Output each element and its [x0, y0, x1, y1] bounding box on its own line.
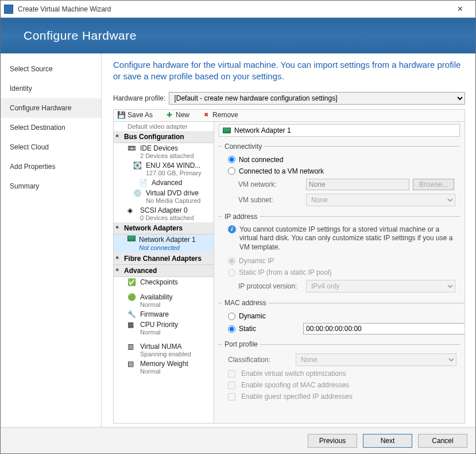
- main-pane: Configure hardware for the virtual machi…: [102, 53, 475, 427]
- step-add-properties[interactable]: Add Properties: [1, 157, 101, 176]
- window-title: Create Virtual Machine Wizard: [18, 5, 448, 13]
- check-guest-ip: Enable guest specified IP addresses: [222, 391, 460, 402]
- close-button[interactable]: ✕: [448, 3, 472, 14]
- check-switch-opt-label: Enable virtual switch optimizations: [241, 370, 346, 378]
- tree-video-adapter-sub: Default video adapter: [114, 122, 214, 131]
- step-select-destination[interactable]: Select Destination: [1, 118, 101, 137]
- tree-group-advanced[interactable]: Advanced: [114, 265, 214, 277]
- nic-icon: [223, 128, 231, 133]
- save-icon: [117, 111, 125, 119]
- numa-icon: ▥: [127, 343, 137, 349]
- radio-static-ip-label: Static IP (from a static IP pool): [239, 268, 332, 276]
- title-bar: Create Virtual Machine Wizard ✕: [1, 1, 475, 18]
- step-select-cloud[interactable]: Select Cloud: [1, 137, 101, 157]
- new-button[interactable]: New: [163, 111, 192, 119]
- radio-static-ip: Static IP (from a static IP pool): [222, 267, 460, 278]
- radio-mac-dynamic-input[interactable]: [228, 313, 235, 320]
- hardware-profile-row: Hardware profile: [Default - create new …: [113, 92, 465, 105]
- row-vm-subnet: VM subnet: None: [222, 192, 460, 208]
- browse-button: Browse...: [413, 179, 454, 190]
- hardware-row: Default video adapter Bus Configuration …: [113, 122, 465, 424]
- check-mac-spoof-label: Enable spoofing of MAC addresses: [241, 381, 349, 389]
- tree-scsi[interactable]: ◈ SCSI Adapter 00 Devices attached: [114, 205, 214, 222]
- vm-subnet-label: VM subnet:: [238, 196, 303, 204]
- group-connectivity: Connectivity Not connected Connected to …: [219, 143, 460, 208]
- radio-connected[interactable]: Connected to a VM network: [222, 166, 460, 177]
- step-identity[interactable]: Identity: [1, 79, 101, 98]
- availability-icon: 🟢: [127, 293, 137, 300]
- radio-mac-static-label: Static: [239, 325, 256, 333]
- radio-mac-dynamic-label: Dynamic: [239, 312, 266, 320]
- ip-info-text: You cannot customize IP settings for a s…: [239, 225, 456, 252]
- check-switch-opt: Enable virtual switch optimizations: [222, 368, 460, 379]
- tree-group-network[interactable]: Network Adapters: [114, 222, 214, 234]
- radio-connected-input[interactable]: [228, 167, 235, 175]
- disk-icon: 💽: [133, 161, 142, 168]
- row-classification: Classification: None: [222, 352, 460, 368]
- ip-protocol-label: IP protocol version:: [238, 282, 303, 290]
- content: Select Source Identity Configure Hardwar…: [1, 53, 475, 427]
- tree-cpu-priority[interactable]: ▦ CPU PriorityNormal: [114, 320, 214, 337]
- hardware-tree[interactable]: Default video adapter Bus Configuration …: [114, 122, 214, 423]
- tree-nic1[interactable]: Network Adapter 1Not connected: [114, 234, 214, 253]
- memory-icon: ▤: [127, 360, 137, 367]
- tree-dvd[interactable]: 💿 Virtual DVD driveNo Media Captured: [114, 188, 214, 205]
- advanced-icon: 📄: [139, 179, 148, 186]
- radio-static-ip-input: [228, 269, 235, 276]
- next-button[interactable]: Next: [363, 434, 412, 448]
- tree-group-fc[interactable]: Fibre Channel Adapters: [114, 253, 214, 265]
- radio-mac-static-input[interactable]: [228, 325, 235, 333]
- remove-icon: [202, 111, 210, 119]
- radio-mac-static[interactable]: Static: [222, 322, 465, 336]
- radio-not-connected-label: Not connected: [239, 156, 283, 164]
- group-mac: MAC address Dynamic Static: [219, 299, 465, 336]
- radio-connected-label: Connected to a VM network: [239, 167, 324, 175]
- radio-not-connected-input[interactable]: [228, 156, 235, 163]
- classification-label: Classification:: [228, 356, 292, 364]
- tree-availability[interactable]: 🟢 AvailabilityNormal: [114, 287, 214, 309]
- previous-button[interactable]: Previous: [308, 434, 357, 448]
- tree-memory-weight[interactable]: ▤ Memory WeightNormal: [114, 359, 214, 376]
- save-as-button[interactable]: Save As: [115, 111, 155, 119]
- app-icon: [4, 5, 13, 14]
- hardware-profile-label: Hardware profile:: [113, 94, 165, 102]
- legend-connectivity: Connectivity: [222, 143, 264, 151]
- page-description: Configure hardware for the virtual machi…: [113, 59, 465, 83]
- firmware-icon: 🔧: [127, 310, 137, 317]
- cancel-button[interactable]: Cancel: [418, 434, 467, 448]
- radio-mac-dynamic[interactable]: Dynamic: [222, 310, 465, 322]
- tree-checkpoints[interactable]: ✅ Checkpoints: [114, 277, 214, 287]
- cpu-icon: ▦: [127, 321, 137, 328]
- details-header: Network Adapter 1: [219, 124, 460, 137]
- ip-protocol-select: IPv4 only: [306, 280, 455, 293]
- radio-dynamic-ip-label: Dynamic IP: [239, 257, 274, 265]
- legend-ip: IP address: [222, 213, 260, 221]
- nic-icon: [127, 236, 136, 241]
- tree-vnuma[interactable]: ▥ Virtual NUMASpanning enabled: [114, 337, 214, 359]
- details-title: Network Adapter 1: [234, 126, 291, 134]
- tree-firmware[interactable]: 🔧 Firmware: [114, 309, 214, 320]
- step-select-source[interactable]: Select Source: [1, 59, 101, 79]
- remove-label: Remove: [212, 111, 238, 119]
- vm-network-field: [306, 179, 409, 190]
- plus-icon: [165, 111, 173, 119]
- tree-ide-devices[interactable]: 📼 IDE Devices2 Devices attached: [114, 143, 214, 160]
- step-summary[interactable]: Summary: [1, 176, 101, 196]
- save-as-label: Save As: [127, 111, 153, 119]
- tree-group-bus[interactable]: Bus Configuration: [114, 131, 214, 143]
- tree-disk-advanced[interactable]: 📄 Advanced: [114, 178, 214, 188]
- scsi-icon: ◈: [127, 206, 137, 213]
- radio-not-connected[interactable]: Not connected: [222, 154, 460, 166]
- footer: Previous Next Cancel: [1, 427, 475, 453]
- hw-toolbar: Save As New Remove: [113, 109, 465, 122]
- step-configure-hardware[interactable]: Configure Hardware: [1, 98, 101, 118]
- tree-disk-enu[interactable]: 💽 ENU X64 WIND...127.00 GB, Primary: [114, 160, 214, 178]
- mac-address-field[interactable]: [303, 323, 465, 334]
- remove-button[interactable]: Remove: [200, 111, 241, 119]
- hardware-profile-select[interactable]: [Default - create new hardware configura…: [169, 92, 465, 105]
- check-mac-spoof-input: [228, 382, 235, 389]
- vm-network-label: VM network:: [238, 180, 303, 188]
- radio-dynamic-ip: Dynamic IP: [222, 255, 460, 267]
- ip-info-row: i You cannot customize IP settings for a…: [222, 224, 460, 256]
- new-label: New: [176, 111, 189, 119]
